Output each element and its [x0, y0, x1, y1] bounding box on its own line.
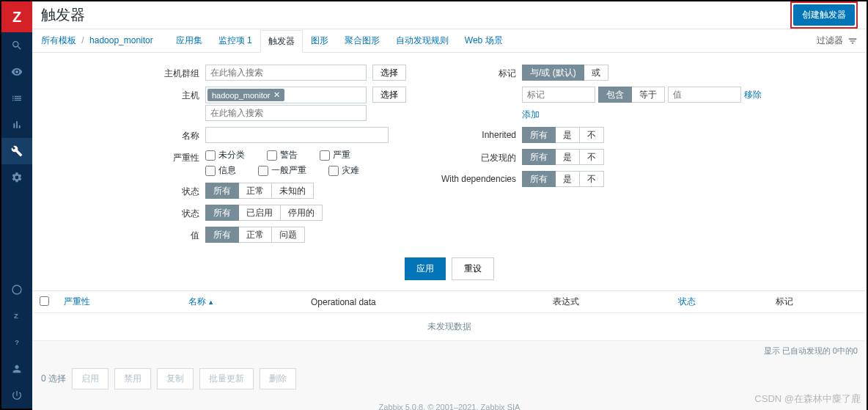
eye-icon[interactable] [1, 59, 32, 85]
logo[interactable]: Z [1, 1, 32, 32]
select-all-checkbox[interactable] [40, 296, 49, 306]
sev-average[interactable]: 严重 [320, 149, 350, 161]
status1-label: 状态 [157, 183, 199, 198]
col-severity[interactable]: 严重性 [56, 291, 181, 313]
state-enabled[interactable]: 已启用 [239, 205, 281, 221]
host-input[interactable] [205, 105, 367, 121]
tab-applications[interactable]: 应用集 [168, 29, 210, 52]
status-unknown[interactable]: 未知的 [272, 183, 314, 199]
filter-toggle-label: 过滤器 [817, 34, 843, 47]
tag-equals[interactable]: 等于 [632, 87, 665, 103]
discovered-no[interactable]: 不 [580, 149, 604, 165]
gear-icon[interactable] [1, 164, 32, 191]
tab-web[interactable]: Web 场景 [457, 29, 511, 52]
filter-toggle[interactable]: 过滤器 [817, 34, 858, 47]
bulk-copy-button: 复制 [157, 368, 194, 389]
z-icon[interactable]: Z [1, 303, 32, 329]
sev-warning[interactable]: 警告 [267, 149, 298, 161]
tag-name-input[interactable] [522, 87, 595, 103]
filter-panel: 主机群组 选择 主机 hadoop_monitor ✕ [32, 53, 867, 252]
bulk-massupdate-button: 批量更新 [199, 368, 254, 389]
col-name[interactable]: 名称▲ [181, 291, 304, 313]
state-all[interactable]: 所有 [205, 205, 239, 221]
support-icon[interactable] [1, 277, 32, 303]
sidebar: Z Z ? [1, 1, 32, 409]
deps-no[interactable]: 不 [580, 171, 604, 187]
tabs-row: 所有模板 / hadoop_monitor 应用集 监控项 1 触发器 图形 聚… [32, 29, 867, 53]
tag-or[interactable]: 或 [584, 65, 608, 81]
tag-value-input[interactable] [668, 87, 741, 103]
tab-screens[interactable]: 聚合图形 [336, 29, 388, 52]
tab-graphs[interactable]: 图形 [303, 29, 336, 52]
sort-asc-icon: ▲ [207, 299, 214, 306]
inherited-no[interactable]: 不 [580, 127, 604, 143]
create-trigger-button[interactable]: 创建触发器 [793, 4, 855, 26]
discovered-all[interactable]: 所有 [522, 149, 556, 165]
state-group: 所有 已启用 停用的 [205, 205, 323, 221]
breadcrumb-template[interactable]: hadoop_monitor [89, 35, 153, 45]
deps-all[interactable]: 所有 [522, 171, 556, 187]
tag-label: 标记 [435, 65, 516, 80]
power-icon[interactable] [1, 382, 32, 409]
value-ok[interactable]: 正常 [239, 227, 272, 243]
host-label: 主机 [157, 87, 199, 102]
status-group: 所有 正常 未知的 [205, 183, 314, 199]
sev-notclassified[interactable]: 未分类 [205, 149, 245, 161]
status-ok[interactable]: 正常 [239, 183, 272, 199]
tab-discovery[interactable]: 自动发现规则 [388, 29, 457, 52]
col-opdata: Operational data [304, 291, 545, 313]
reset-button[interactable]: 重设 [452, 257, 494, 280]
value-all[interactable]: 所有 [205, 227, 239, 243]
discovered-yes[interactable]: 是 [556, 149, 580, 165]
hostgroup-input[interactable] [205, 65, 367, 81]
main-content: 触发器 创建触发器 所有模板 / hadoop_monitor 应用集 监控项 … [32, 1, 867, 409]
list-icon[interactable] [1, 85, 32, 111]
tag-andor[interactable]: 与/或 (默认) [522, 65, 584, 81]
sev-high[interactable]: 一般严重 [258, 164, 306, 177]
col-tags: 标记 [768, 291, 867, 313]
user-icon[interactable] [1, 356, 32, 382]
selected-count: 0 选择 [41, 373, 66, 385]
bulk-delete-button: 删除 [260, 368, 296, 389]
tab-items[interactable]: 监控项 1 [210, 29, 260, 52]
tab-triggers[interactable]: 触发器 [260, 30, 303, 53]
name-input[interactable] [205, 127, 389, 143]
breadcrumb: 所有模板 / hadoop_monitor [41, 34, 153, 47]
apply-button[interactable]: 应用 [405, 257, 446, 280]
col-status[interactable]: 状态 [671, 291, 769, 313]
tag-remove-link[interactable]: 移除 [744, 89, 762, 101]
table-summary: 显示 已自动发现的 0中的0 [32, 341, 867, 361]
breadcrumb-templates[interactable]: 所有模板 [41, 35, 76, 45]
chart-icon[interactable] [1, 111, 32, 138]
discovered-label: 已发现的 [435, 149, 516, 164]
host-multiselect[interactable]: hadoop_monitor ✕ [205, 87, 367, 103]
value-problem[interactable]: 问题 [272, 227, 305, 243]
value-group: 所有 正常 问题 [205, 227, 305, 243]
tag-contains[interactable]: 包含 [598, 87, 632, 103]
status-all[interactable]: 所有 [205, 183, 239, 199]
page-header: 触发器 创建触发器 [32, 1, 867, 29]
sev-disaster[interactable]: 灾难 [328, 164, 359, 177]
inherited-yes[interactable]: 是 [556, 127, 580, 143]
triggers-table: 严重性 名称▲ Operational data 表达式 状态 标记 [32, 291, 867, 313]
state-disabled[interactable]: 停用的 [281, 205, 323, 221]
hostgroup-select-button[interactable]: 选择 [372, 65, 406, 81]
inherited-label: Inherited [435, 127, 516, 140]
state-label: 状态 [157, 205, 199, 220]
bulk-enable-button: 启用 [72, 368, 108, 389]
host-chip-remove-icon[interactable]: ✕ [273, 90, 280, 100]
value-label: 值 [157, 227, 199, 242]
help-icon[interactable]: ? [1, 329, 32, 356]
sev-info[interactable]: 信息 [205, 164, 236, 177]
search-icon[interactable] [1, 32, 32, 59]
wrench-icon[interactable] [1, 138, 32, 164]
host-select-button[interactable]: 选择 [372, 87, 406, 103]
svg-text:?: ? [15, 339, 19, 346]
inherited-all[interactable]: 所有 [522, 127, 556, 143]
svg-text:Z: Z [14, 312, 18, 320]
col-expression: 表达式 [545, 291, 670, 313]
name-label: 名称 [157, 127, 199, 142]
tag-add-link[interactable]: 添加 [522, 109, 762, 121]
deps-yes[interactable]: 是 [556, 171, 580, 187]
tag-eval-group: 与/或 (默认) 或 [522, 65, 608, 81]
